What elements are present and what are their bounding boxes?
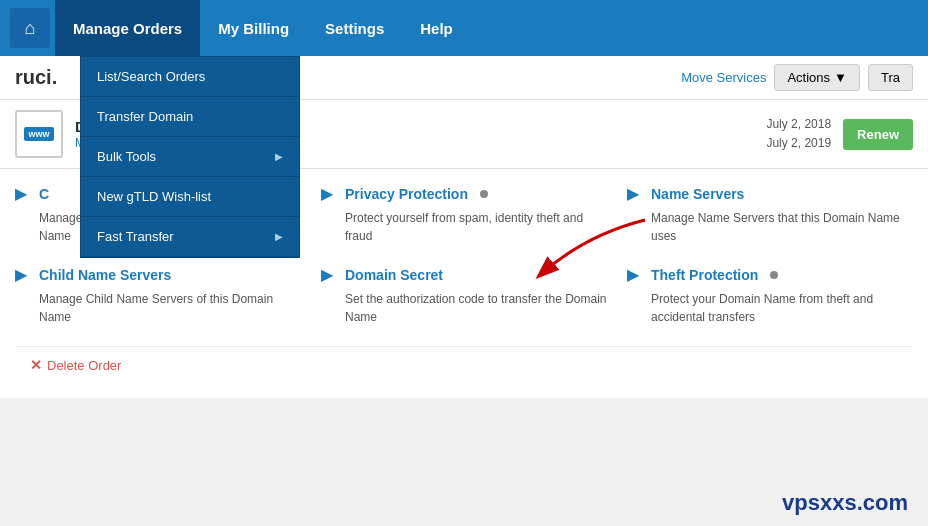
dropdown-transfer-domain[interactable]: Transfer Domain <box>81 97 299 137</box>
header-actions: Move Services Actions ▼ Tra <box>681 64 913 91</box>
footer-brand: vpsxxs.com <box>782 490 908 516</box>
secret-bullet-icon: ▶ <box>321 265 333 284</box>
service-card-domainsecret: ▶ Domain Secret Set the authorization co… <box>321 265 607 326</box>
actions-dropdown-icon: ▼ <box>834 70 847 85</box>
actions-label: Actions <box>787 70 830 85</box>
dropdown-bulk-tools-label: Bulk Tools <box>97 149 156 164</box>
nav-my-billing-label: My Billing <box>218 20 289 37</box>
actions-button[interactable]: Actions ▼ <box>774 64 860 91</box>
childns-title[interactable]: Child Name Servers <box>39 267 171 283</box>
ns-desc: Manage Name Servers that this Domain Nam… <box>651 209 913 245</box>
childns-desc: Manage Child Name Servers of this Domain… <box>39 290 301 326</box>
tra-label: Tra <box>881 70 900 85</box>
delete-order-label: Delete Order <box>47 358 121 373</box>
domain-registered-date: July 2, 2018 <box>766 115 831 134</box>
privacy-title[interactable]: Privacy Protection <box>345 186 468 202</box>
privacy-desc: Protect yourself from spam, identity the… <box>345 209 607 245</box>
nav-manage-orders-label: Manage Orders <box>73 20 182 37</box>
nav-settings[interactable]: Settings <box>307 0 402 56</box>
service-card-theft: ▶ Theft Protection Protect your Domain N… <box>627 265 913 326</box>
nav-my-billing[interactable]: My Billing <box>200 0 307 56</box>
dropdown-transfer-domain-label: Transfer Domain <box>97 109 193 124</box>
secret-desc: Set the authorization code to transfer t… <box>345 290 607 326</box>
site-name: ruci. <box>15 66 57 89</box>
service-card-nameservers: ▶ Name Servers Manage Name Servers that … <box>627 184 913 245</box>
dropdown-list-search-orders[interactable]: List/Search Orders <box>81 57 299 97</box>
nav-help[interactable]: Help <box>402 0 471 56</box>
nav-help-label: Help <box>420 20 453 37</box>
domain-dates: July 2, 2018 July 2, 2019 <box>766 115 831 153</box>
delete-x-icon: ✕ <box>30 357 42 373</box>
delete-order-link[interactable]: ✕ Delete Order <box>30 357 898 373</box>
delete-row: ✕ Delete Order <box>15 346 913 383</box>
domain-icon: www <box>15 110 63 158</box>
home-button[interactable]: ⌂ <box>10 8 50 48</box>
dropdown-fast-transfer-label: Fast Transfer <box>97 229 174 244</box>
dropdown-new-gtld-label: New gTLD Wish-list <box>97 189 211 204</box>
contacts-title[interactable]: C <box>39 186 49 202</box>
privacy-bullet-icon: ▶ <box>321 184 333 203</box>
childns-bullet-icon: ▶ <box>15 265 27 284</box>
move-services-link[interactable]: Move Services <box>681 70 766 85</box>
renew-button[interactable]: Renew <box>843 119 913 150</box>
contacts-bullet-icon: ▶ <box>15 184 27 203</box>
secret-title[interactable]: Domain Secret <box>345 267 443 283</box>
manage-orders-dropdown: List/Search Orders Transfer Domain Bulk … <box>80 56 300 258</box>
domain-icon-text: www <box>24 127 53 141</box>
dropdown-bulk-tools[interactable]: Bulk Tools ▶ <box>81 137 299 177</box>
fast-transfer-arrow-icon: ▶ <box>275 231 283 242</box>
dropdown-fast-transfer[interactable]: Fast Transfer ▶ <box>81 217 299 257</box>
domain-expires-date: July 2, 2019 <box>766 134 831 153</box>
dropdown-new-gtld[interactable]: New gTLD Wish-list <box>81 177 299 217</box>
service-card-privacy: ▶ Privacy Protection Protect yourself fr… <box>321 184 607 245</box>
nav-settings-label: Settings <box>325 20 384 37</box>
dropdown-list-search-label: List/Search Orders <box>97 69 205 84</box>
theft-bullet-icon: ▶ <box>627 265 639 284</box>
theft-dot-icon <box>770 271 778 279</box>
home-icon: ⌂ <box>25 18 36 39</box>
theft-title[interactable]: Theft Protection <box>651 267 758 283</box>
nav-manage-orders[interactable]: Manage Orders <box>55 0 200 56</box>
theft-desc: Protect your Domain Name from theft and … <box>651 290 913 326</box>
ns-title[interactable]: Name Servers <box>651 186 744 202</box>
tra-button[interactable]: Tra <box>868 64 913 91</box>
service-card-childns: ▶ Child Name Servers Manage Child Name S… <box>15 265 301 326</box>
top-nav: ⌂ Manage Orders My Billing Settings Help <box>0 0 928 56</box>
bulk-tools-arrow-icon: ▶ <box>275 151 283 162</box>
ns-bullet-icon: ▶ <box>627 184 639 203</box>
privacy-dot-icon <box>480 190 488 198</box>
